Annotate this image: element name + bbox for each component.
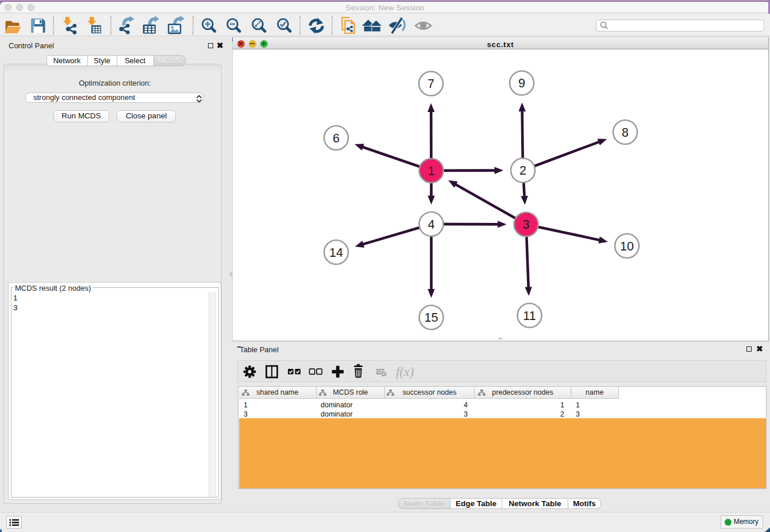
svg-text:11: 11: [523, 309, 536, 323]
svg-text:14: 14: [329, 246, 343, 260]
svg-text:8: 8: [622, 126, 629, 140]
svg-text:9: 9: [518, 76, 525, 90]
svg-text:3: 3: [523, 218, 530, 232]
svg-text:2: 2: [519, 164, 526, 178]
svg-text:15: 15: [425, 311, 438, 325]
svg-text:10: 10: [620, 240, 634, 253]
svg-text:6: 6: [333, 132, 340, 145]
svg-text:1: 1: [428, 164, 435, 178]
svg-text:4: 4: [428, 218, 435, 232]
svg-text:7: 7: [428, 77, 434, 91]
svg-text:f(x): f(x): [396, 365, 414, 379]
